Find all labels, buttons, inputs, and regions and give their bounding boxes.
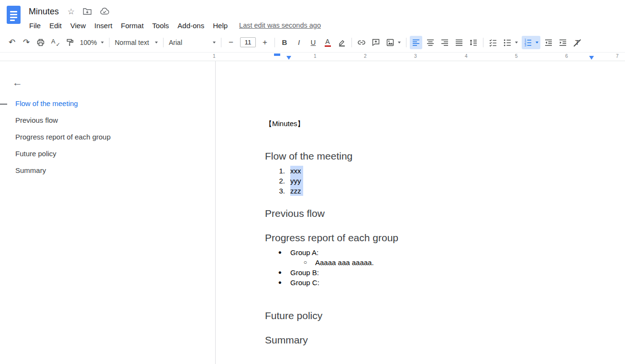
list-item[interactable]: 1. xxx (265, 166, 625, 176)
zoom-value: 100% (80, 39, 97, 46)
list-item[interactable]: ○ Aaaaa aaa aaaaa. (265, 257, 625, 268)
decrease-indent-button[interactable] (542, 36, 555, 49)
line-spacing-button[interactable] (467, 36, 480, 49)
outline-item-future-policy[interactable]: Future policy (0, 146, 215, 162)
font-value: Arial (169, 39, 182, 46)
bullet-icon: ● (265, 268, 282, 278)
text-color-button[interactable]: A (321, 36, 334, 49)
zoom-select[interactable]: 100% (78, 36, 106, 49)
bullet-icon: ● (265, 247, 282, 257)
redo-button[interactable]: ↷ (20, 36, 33, 49)
insert-link-button[interactable] (355, 36, 368, 49)
chevron-down-icon (398, 42, 401, 43)
bulleted-list: ● Group A: ○ Aaaaa aaa aaaaa. ● Group B:… (265, 247, 625, 288)
align-justify-button[interactable] (453, 36, 465, 49)
outline-item-flow-of-the-meeting[interactable]: Flow of the meeting (0, 96, 215, 112)
underline-button[interactable]: U (307, 36, 319, 49)
numbered-list-button[interactable]: 123 (522, 36, 540, 49)
bullet-icon: ● (265, 278, 282, 288)
star-icon[interactable]: ☆ (67, 8, 75, 16)
heading-summary[interactable]: Summary (265, 334, 625, 346)
document-title[interactable]: Minutes (29, 7, 59, 17)
menu-edit[interactable]: Edit (45, 21, 66, 30)
heading-future-policy[interactable]: Future policy (265, 310, 625, 322)
menu-format[interactable]: Format (117, 21, 148, 30)
heading-progress-report[interactable]: Progress report of each group (265, 232, 625, 244)
print-icon (36, 38, 45, 47)
menu-addons[interactable]: Add-ons (173, 21, 208, 30)
align-right-button[interactable] (439, 36, 451, 49)
list-item[interactable]: ● Group B: (265, 268, 625, 278)
spellcheck-button[interactable]: A ✓ (49, 36, 62, 49)
plus-icon: + (263, 38, 267, 46)
selected-text[interactable]: zzz (290, 186, 303, 196)
highlight-color-button[interactable] (336, 36, 348, 49)
first-line-indent-marker[interactable] (274, 54, 280, 56)
spellcheck-icon: A ✓ (51, 38, 60, 47)
ruler-scale: 1 1 2 3 4 5 6 7 (212, 53, 625, 61)
comment-icon (372, 38, 380, 47)
align-justify-icon (455, 38, 463, 47)
menu-tools[interactable]: Tools (148, 21, 173, 30)
toolbar-separator (483, 38, 483, 47)
align-left-button[interactable] (410, 36, 422, 49)
menu-file[interactable]: File (25, 21, 45, 30)
undo-button[interactable]: ↶ (6, 36, 18, 49)
paragraph-style-select[interactable]: Normal text (113, 36, 160, 49)
horizontal-ruler[interactable]: 1 1 2 3 4 5 6 7 (0, 53, 625, 61)
clear-formatting-button[interactable]: T (571, 36, 583, 49)
list-item[interactable]: ● Group C: (265, 278, 625, 288)
increase-indent-icon (559, 38, 567, 47)
heading-flow-of-the-meeting[interactable]: Flow of the meeting (265, 150, 625, 162)
right-indent-marker[interactable] (589, 56, 594, 60)
increase-indent-button[interactable] (557, 36, 569, 49)
print-button[interactable] (34, 36, 47, 49)
add-comment-button[interactable] (370, 36, 382, 49)
menu-help[interactable]: Help (208, 21, 232, 30)
decrease-indent-icon (544, 38, 553, 47)
increase-font-size-button[interactable]: + (259, 36, 271, 49)
document-page[interactable]: 【Minutes】 Flow of the meeting 1. xxx 2. … (216, 61, 625, 364)
font-size-input[interactable]: 11 (240, 37, 256, 47)
ruler-number: 6 (565, 54, 568, 59)
align-center-button[interactable] (424, 36, 437, 49)
cloud-save-status-icon[interactable] (100, 8, 110, 15)
close-outline-button[interactable]: ← (12, 76, 24, 88)
last-edit-link[interactable]: Last edit was seconds ago (239, 21, 321, 29)
paint-format-button[interactable] (64, 36, 76, 49)
bulleted-list-button[interactable] (501, 36, 520, 49)
line-spacing-icon (469, 38, 478, 47)
ruler-number: 1 (213, 54, 216, 59)
ruler-number: 4 (465, 54, 468, 59)
outline-item-progress-report[interactable]: Progress report of each group (0, 129, 215, 146)
menu-view[interactable]: View (66, 21, 90, 30)
list-item[interactable]: 2. yyy (265, 176, 625, 186)
selected-text[interactable]: xxx (290, 166, 303, 176)
toolbar: ↶ ↷ A ✓ 100% Normal text Arial − 11 + B … (0, 32, 625, 53)
insert-image-button[interactable] (384, 36, 403, 49)
toolbar-separator (274, 38, 275, 47)
italic-button[interactable]: I (293, 36, 305, 49)
list-item[interactable]: ● Group A: (265, 247, 625, 257)
font-select[interactable]: Arial (167, 36, 218, 49)
list-item[interactable]: 3. zzz (265, 186, 625, 196)
bold-button[interactable]: B (278, 36, 291, 49)
ruler-number: 2 (364, 54, 367, 59)
chevron-down-icon (155, 42, 158, 43)
google-docs-logo[interactable] (7, 6, 22, 24)
selected-text[interactable]: yyy (290, 176, 303, 186)
left-indent-marker[interactable] (286, 56, 291, 60)
checklist-button[interactable] (487, 36, 499, 49)
doc-intro-line[interactable]: 【Minutes】 (265, 118, 625, 128)
outline-item-previous-flow[interactable]: Previous flow (0, 112, 215, 129)
heading-previous-flow[interactable]: Previous flow (265, 207, 625, 220)
decrease-font-size-button[interactable]: − (225, 36, 237, 49)
link-icon (357, 38, 366, 47)
move-to-folder-icon[interactable] (83, 8, 92, 15)
highlighter-icon (338, 38, 346, 47)
outline-item-summary[interactable]: Summary (0, 162, 215, 179)
align-left-icon (412, 38, 420, 47)
app-header: Minutes ☆ File Edit View Insert Format T… (0, 0, 625, 32)
menu-insert[interactable]: Insert (90, 21, 117, 30)
docs-document-icon (7, 6, 21, 24)
